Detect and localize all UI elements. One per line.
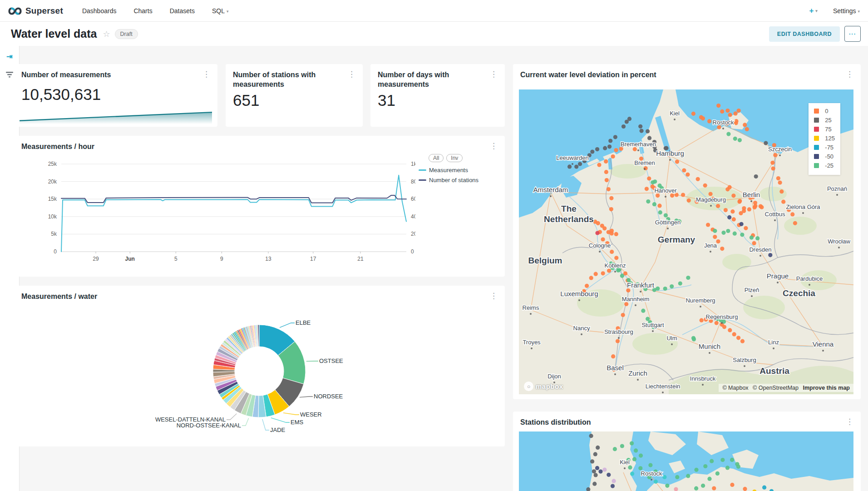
station-dot[interactable] xyxy=(574,164,578,169)
station-dot[interactable] xyxy=(611,354,615,358)
station-dot[interactable] xyxy=(686,173,690,177)
station-dot[interactable] xyxy=(730,483,734,487)
station-dot[interactable] xyxy=(716,104,720,108)
station-dot[interactable] xyxy=(738,138,742,142)
station-dot[interactable] xyxy=(781,200,785,204)
edit-dashboard-button[interactable]: EDIT DASHBOARD xyxy=(769,26,840,42)
station-dot[interactable] xyxy=(658,210,662,214)
station-dot[interactable] xyxy=(620,444,624,448)
station-dot[interactable] xyxy=(778,180,782,184)
station-dot[interactable] xyxy=(616,339,620,343)
station-dot[interactable] xyxy=(779,189,784,193)
new-item-button[interactable]: +▾ xyxy=(809,6,817,15)
station-dot[interactable] xyxy=(638,124,642,129)
station-dot[interactable] xyxy=(750,236,754,240)
station-dot[interactable] xyxy=(647,176,651,180)
station-dot[interactable] xyxy=(646,129,650,134)
superset-logo[interactable]: Superset xyxy=(8,6,63,16)
osm-credit[interactable]: © OpenStreetMap xyxy=(753,385,799,391)
station-dot[interactable] xyxy=(592,469,596,473)
station-dot[interactable] xyxy=(732,332,736,336)
map-legend-item[interactable]: 125 xyxy=(814,135,835,142)
station-dot[interactable] xyxy=(768,253,772,257)
map-viewport[interactable]: LeeuwardenAmsterdamTheNetherlandsBelgium… xyxy=(519,89,853,394)
station-dot[interactable] xyxy=(694,486,698,491)
expand-filter-bar-icon[interactable]: ⇥ xyxy=(6,52,12,61)
mapbox-credit[interactable]: © Mapbox xyxy=(722,385,748,391)
station-dot[interactable] xyxy=(633,147,637,151)
station-dot[interactable] xyxy=(707,477,711,481)
settings-menu[interactable]: Settings▾ xyxy=(833,7,860,15)
station-dot[interactable] xyxy=(754,174,758,179)
station-dot[interactable] xyxy=(726,229,730,233)
station-dot[interactable] xyxy=(737,109,741,113)
kebab-menu-icon[interactable]: ⋮ xyxy=(488,292,499,300)
station-dot[interactable] xyxy=(731,193,735,198)
station-dot[interactable] xyxy=(594,473,598,477)
station-dot[interactable] xyxy=(691,336,695,340)
station-dot[interactable] xyxy=(722,325,726,329)
more-options-button[interactable]: ··· xyxy=(844,26,861,42)
station-dot[interactable] xyxy=(713,235,717,239)
station-dot[interactable] xyxy=(652,202,656,206)
station-dot[interactable] xyxy=(589,434,593,438)
station-dot[interactable] xyxy=(656,287,660,291)
station-dot[interactable] xyxy=(648,463,652,467)
kebab-menu-icon[interactable]: ⋮ xyxy=(844,418,855,426)
station-dot[interactable] xyxy=(621,313,625,317)
station-dot[interactable] xyxy=(728,113,732,117)
station-dot[interactable] xyxy=(738,199,742,203)
nav-item-dashboards[interactable]: Dashboards xyxy=(82,7,117,15)
station-dot[interactable] xyxy=(727,215,731,219)
station-dot[interactable] xyxy=(601,271,605,275)
station-dot[interactable] xyxy=(601,237,605,241)
station-dot[interactable] xyxy=(657,203,661,208)
station-dot[interactable] xyxy=(578,162,582,166)
station-dot[interactable] xyxy=(747,207,751,211)
station-dot[interactable] xyxy=(730,209,735,213)
station-dot[interactable] xyxy=(720,247,724,251)
station-dot[interactable] xyxy=(720,458,725,462)
station-dot[interactable] xyxy=(730,458,734,462)
favorite-star-icon[interactable]: ☆ xyxy=(103,29,110,39)
improve-map-link[interactable]: Improve this map xyxy=(803,385,850,391)
station-dot[interactable] xyxy=(739,211,743,215)
station-dot[interactable] xyxy=(696,177,700,181)
station-dot[interactable] xyxy=(700,318,704,322)
station-dot[interactable] xyxy=(675,475,679,479)
station-dot[interactable] xyxy=(609,207,613,211)
station-dot[interactable] xyxy=(707,119,711,123)
stations-map[interactable]: KielRostock xyxy=(519,431,853,491)
station-dot[interactable] xyxy=(743,123,747,127)
map-legend-item[interactable]: 75 xyxy=(814,126,835,133)
station-dot[interactable] xyxy=(720,109,724,114)
station-dot[interactable] xyxy=(598,470,602,474)
station-dot[interactable] xyxy=(647,136,651,140)
station-dot[interactable] xyxy=(724,208,728,212)
station-dot[interactable] xyxy=(745,127,749,131)
station-dot[interactable] xyxy=(626,288,630,293)
station-dot[interactable] xyxy=(585,284,589,288)
station-dot[interactable] xyxy=(610,231,614,235)
station-dot[interactable] xyxy=(603,146,607,150)
station-dot[interactable] xyxy=(740,222,744,226)
map-legend-item[interactable]: -25 xyxy=(814,162,835,169)
station-dot[interactable] xyxy=(641,309,645,313)
station-dot[interactable] xyxy=(590,149,594,154)
station-dot[interactable] xyxy=(770,161,774,165)
kebab-menu-icon[interactable]: ⋮ xyxy=(488,70,499,78)
station-dot[interactable] xyxy=(715,321,719,325)
station-dot[interactable] xyxy=(604,159,608,164)
station-dot[interactable] xyxy=(691,112,695,116)
station-dot[interactable] xyxy=(656,193,660,198)
station-dot[interactable] xyxy=(740,233,744,237)
station-dot[interactable] xyxy=(725,187,730,191)
station-dot[interactable] xyxy=(628,466,632,470)
station-dot[interactable] xyxy=(755,236,760,240)
station-dot[interactable] xyxy=(752,241,756,245)
station-dot[interactable] xyxy=(595,466,599,470)
station-dot[interactable] xyxy=(694,468,698,472)
station-dot[interactable] xyxy=(793,221,797,225)
station-dot[interactable] xyxy=(740,339,745,343)
station-dot[interactable] xyxy=(609,196,613,200)
